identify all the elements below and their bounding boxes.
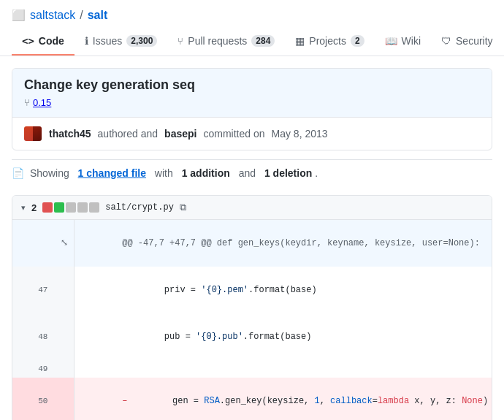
additions-text: 1 addition (182, 167, 230, 179)
shield-icon: 🛡 (441, 35, 451, 47)
showing-text: Showing (30, 167, 69, 179)
line-code-47: priv = '{0}.pem'.format(base) (74, 267, 492, 313)
issues-icon: ℹ (85, 35, 88, 47)
diff-filename: salt/crypt.py (105, 202, 174, 213)
repo-header: ⬜ saltstack / salt (0, 0, 504, 22)
tab-code-label: Code (39, 35, 64, 47)
diff-header: ▾ 2 salt/crypt.py ⧉ (12, 196, 492, 220)
line-num-50: 50 (12, 378, 74, 420)
file-icon: 📄 (12, 167, 24, 179)
line-num-47: 47 (12, 267, 74, 313)
nav-tabs: <> Code ℹ Issues 2,300 ⑂ Pull requests 2… (0, 28, 504, 56)
line-code-48: pub = '{0}.pub'.format(base) (74, 313, 492, 360)
commit-ref-link[interactable]: 0.15 (33, 97, 51, 108)
hunk-row: ⤡ @@ -47,7 +47,7 @@ def gen_keys(keydir,… (12, 220, 492, 267)
projects-badge: 2 (351, 35, 364, 47)
repo-icon: ⬜ (12, 9, 26, 22)
hunk-line-meta: ⤡ (12, 220, 74, 267)
line-num-49: 49 (12, 360, 74, 378)
repo-org-link[interactable]: saltstack (30, 9, 75, 22)
pr-icon: ⑂ (177, 36, 183, 47)
commit-header: Change key generation seq ⑂ 0.15 (12, 69, 492, 118)
commit-date: May 8, 2013 (272, 128, 328, 140)
table-row: 49 (12, 360, 492, 378)
diff-file-count: 2 (31, 202, 37, 213)
author1-link[interactable]: thatch45 (49, 128, 91, 140)
hunk-code: @@ -47,7 +47,7 @@ def gen_keys(keydir, k… (74, 220, 492, 267)
line-code-50: – gen = RSA.gen_key(keysize, 1, callback… (74, 378, 492, 420)
tab-issues[interactable]: ℹ Issues 2,300 (75, 28, 168, 56)
sq-added (54, 202, 64, 213)
tab-projects[interactable]: ▦ Projects 2 (285, 28, 374, 56)
tab-wiki[interactable]: 📖 Wiki (375, 28, 431, 56)
tag-icon: ⑂ (24, 97, 30, 108)
tab-projects-label: Projects (309, 35, 346, 47)
tab-pull-requests[interactable]: ⑂ Pull requests 284 (167, 28, 285, 56)
expand-section-icon[interactable]: ⤡ (61, 238, 68, 248)
table-row-deleted: 50 – gen = RSA.gen_key(keysize, 1, callb… (12, 378, 492, 420)
expand-chevron-icon[interactable]: ▾ (21, 203, 26, 213)
line-code-49 (74, 360, 492, 378)
sq-deleted (42, 202, 53, 213)
avatar-group (24, 126, 45, 141)
and-text: and (239, 167, 256, 179)
sq-unchanged3 (89, 202, 99, 213)
commit-ref: ⑂ 0.15 (24, 97, 480, 108)
author2-link[interactable]: basepi (164, 128, 196, 140)
commit-title: Change key generation seq (24, 77, 480, 93)
with-text: with (155, 167, 173, 179)
code-table: ⤡ @@ -47,7 +47,7 @@ def gen_keys(keydir,… (12, 220, 492, 420)
tab-security-label: Security (456, 35, 493, 47)
projects-icon: ▦ (295, 35, 305, 47)
diff-squares (42, 202, 99, 213)
committed-text: committed on (203, 128, 264, 140)
deletions-text: 1 deletion (264, 167, 312, 179)
issues-badge: 2,300 (126, 35, 157, 47)
line-num-48: 48 (12, 313, 74, 360)
copy-path-icon[interactable]: ⧉ (180, 202, 186, 213)
tab-security[interactable]: 🛡 Security (431, 28, 503, 56)
table-row: 48 pub = '{0}.pub'.format(base) (12, 313, 492, 360)
authored-text: authored and (98, 128, 159, 140)
tab-wiki-label: Wiki (402, 35, 421, 47)
commit-authors: thatch45 authored and basepi committed o… (12, 118, 492, 150)
commit-box: Change key generation seq ⑂ 0.15 thatch4… (12, 68, 492, 150)
showing-files: 📄 Showing 1 changed file with 1 addition… (12, 159, 492, 186)
tab-issues-label: Issues (93, 35, 122, 47)
separator: / (80, 9, 83, 22)
diff-container: ▾ 2 salt/crypt.py ⧉ ⤡ @@ -47,7 +47,7 @@ … (12, 195, 492, 420)
sq-unchanged2 (77, 202, 88, 213)
pr-badge: 284 (251, 35, 275, 47)
code-icon: <> (22, 35, 34, 47)
period: . (315, 167, 318, 179)
table-row: 47 priv = '{0}.pem'.format(base) (12, 267, 492, 313)
sq-unchanged1 (66, 202, 76, 213)
wiki-icon: 📖 (385, 35, 397, 47)
repo-name-link[interactable]: salt (88, 9, 108, 22)
changed-files-link[interactable]: 1 changed file (78, 167, 146, 179)
tab-code[interactable]: <> Code (12, 28, 75, 56)
tab-pr-label: Pull requests (188, 35, 247, 47)
